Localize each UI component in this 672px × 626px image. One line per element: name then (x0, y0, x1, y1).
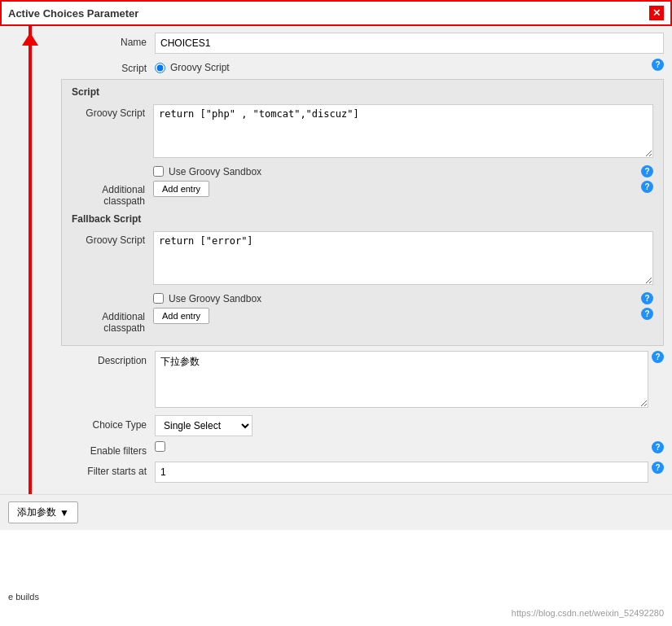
watermark: https://blog.csdn.net/weixin_52492280 (512, 608, 664, 618)
enable-filters-row: Enable filters ? (61, 441, 664, 457)
use-sandbox-row: Use Groovy Sandbox ? (153, 165, 653, 177)
form-area: Name Script Groovy Script (61, 26, 672, 494)
fallback-groovy-label: Groovy Script (72, 231, 153, 246)
choice-type-label: Choice Type (61, 415, 155, 431)
name-field-wrap (155, 33, 664, 54)
groovy-script-label: Groovy Script (72, 104, 153, 119)
script-section-title: Script (72, 86, 653, 98)
filter-starts-input[interactable] (155, 462, 648, 483)
classpath-help-icon[interactable]: ? (641, 181, 653, 193)
window-title: Active Choices Parameter (8, 7, 138, 20)
description-label: Description (61, 351, 155, 366)
choice-type-row: Choice Type Single Select Multi Select C… (61, 415, 664, 436)
groovy-script-row: Groovy Script return ["php" , "tomcat","… (72, 104, 653, 160)
description-help-icon[interactable]: ? (652, 351, 664, 363)
script-section: Script Groovy Script return ["php" , "to… (61, 79, 664, 346)
use-sandbox-checkbox[interactable] (153, 166, 164, 177)
filter-starts-label: Filter starts at (61, 462, 155, 477)
fallback-classpath-control: Add entry ? (153, 308, 653, 324)
add-param-button[interactable]: 添加参数 ▼ (8, 501, 78, 523)
groovy-script-radio-row: Groovy Script (155, 59, 648, 73)
groovy-script-radio-label: Groovy Script (170, 62, 230, 73)
fallback-sandbox-checkbox[interactable] (153, 293, 164, 304)
enable-filters-wrap: ? (155, 441, 664, 454)
builds-label: e builds (8, 592, 39, 602)
main-window: Active Choices Parameter ✕ Name Script (0, 0, 672, 626)
fallback-classpath-label: Additional classpath (72, 308, 153, 334)
groovy-script-control: return ["php" , "tomcat","discuz"] (153, 104, 653, 160)
fallback-script-title: Fallback Script (72, 213, 653, 225)
filter-starts-wrap: ? (155, 462, 664, 483)
script-row: Script Groovy Script ? (61, 59, 664, 74)
arrow-column (0, 26, 61, 494)
fallback-classpath-help-icon[interactable]: ? (641, 308, 653, 320)
add-param-chevron: ▼ (59, 507, 69, 519)
add-entry-button-2[interactable]: Add entry (153, 308, 209, 324)
use-sandbox-label: Use Groovy Sandbox (169, 166, 261, 177)
filter-starts-help-icon[interactable]: ? (652, 462, 664, 474)
enable-filters-help-icon[interactable]: ? (652, 441, 664, 453)
description-row: Description 下拉参数 ? (61, 351, 664, 410)
enable-filters-label: Enable filters (61, 441, 155, 457)
fallback-groovy-row: Groovy Script return ["error"] (72, 231, 653, 287)
close-button[interactable]: ✕ (649, 6, 664, 20)
groovy-script-textarea[interactable]: return ["php" , "tomcat","discuz"] (153, 104, 653, 158)
fallback-sandbox-row: Use Groovy Sandbox ? (153, 292, 653, 304)
additional-classpath-row: Additional classpath Add entry ? (72, 181, 653, 207)
enable-filters-checkbox[interactable] (155, 441, 165, 452)
name-row: Name (61, 33, 664, 54)
fallback-groovy-textarea[interactable]: return ["error"] (153, 231, 653, 285)
title-bar: Active Choices Parameter ✕ (0, 0, 672, 26)
fallback-classpath-row: Additional classpath Add entry ? (72, 308, 653, 334)
fallback-groovy-control: return ["error"] (153, 231, 653, 287)
groovy-script-radio[interactable] (155, 63, 165, 73)
additional-classpath-label: Additional classpath (72, 181, 153, 207)
fallback-sandbox-help-icon[interactable]: ? (641, 292, 653, 304)
description-textarea[interactable]: 下拉参数 (155, 351, 648, 408)
additional-classpath-control: Add entry ? (153, 181, 653, 197)
content-area: Name Script Groovy Script (0, 26, 672, 494)
name-label: Name (61, 33, 155, 48)
description-wrap: 下拉参数 ? (155, 351, 664, 410)
red-arrow-indicator (29, 26, 32, 494)
filter-starts-row: Filter starts at ? (61, 462, 664, 483)
script-label: Script (61, 59, 155, 74)
script-radio-wrap: Groovy Script ? (155, 59, 664, 73)
choice-type-wrap: Single Select Multi Select Check Boxes R… (155, 415, 664, 436)
name-input[interactable] (155, 33, 664, 54)
sandbox-help-icon[interactable]: ? (641, 165, 653, 177)
fallback-sandbox-label: Use Groovy Sandbox (169, 293, 261, 304)
add-param-label: 添加参数 (17, 506, 56, 519)
choice-type-select[interactable]: Single Select Multi Select Check Boxes R… (155, 415, 253, 436)
bottom-bar: 添加参数 ▼ (0, 494, 672, 530)
add-entry-button-1[interactable]: Add entry (153, 181, 209, 197)
script-help-icon[interactable]: ? (652, 59, 664, 71)
